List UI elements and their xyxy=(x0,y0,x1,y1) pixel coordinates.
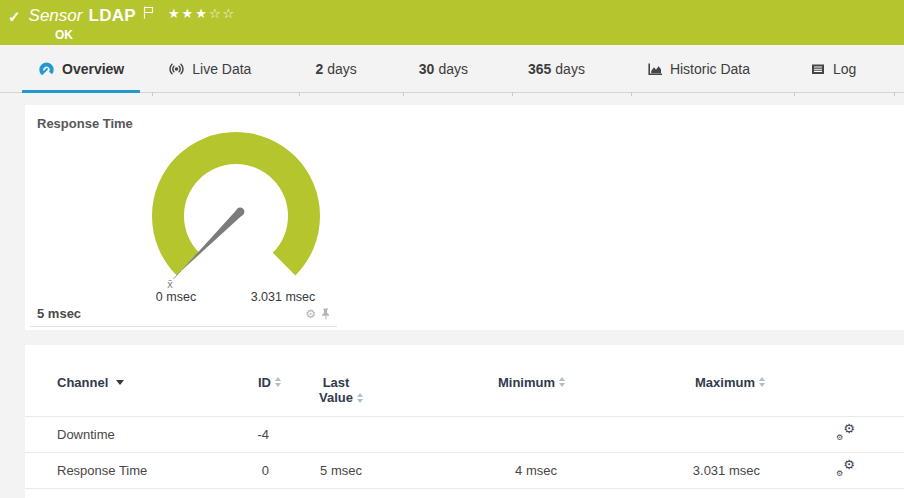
status-check-icon: ✓ xyxy=(8,9,21,24)
column-header-maximum[interactable]: Maximum xyxy=(601,375,801,417)
gauge-chart: x̄ 0 msec 3.031 msec xyxy=(30,105,337,305)
tab-label: days xyxy=(555,61,585,77)
sensor-name: LDAP xyxy=(88,6,135,26)
column-header-actions xyxy=(801,375,904,417)
tab-overview[interactable]: Overview xyxy=(22,45,140,92)
tab-log[interactable]: Log xyxy=(794,45,872,92)
tab-365-days[interactable]: 365 days xyxy=(512,45,601,92)
tab-label: Live Data xyxy=(192,61,251,77)
table-header-row: Channel ID Last xyxy=(25,375,904,417)
sort-toggle-icon xyxy=(759,377,765,387)
sort-toggle-icon xyxy=(357,393,363,403)
column-header-channel[interactable]: Channel xyxy=(25,375,233,417)
channels-table: Channel ID Last xyxy=(25,375,904,489)
current-value: 5 msec xyxy=(37,306,81,321)
tab-label: Overview xyxy=(62,61,124,77)
tab-30-days[interactable]: 30 days xyxy=(403,45,484,92)
channel-last-value: 5 msec xyxy=(281,453,401,489)
gauge-max-label: 3.031 msec xyxy=(251,290,316,304)
column-header-minimum[interactable]: Minimum xyxy=(401,375,601,417)
tab-number: 365 xyxy=(528,61,551,77)
column-header-last-value[interactable]: Last Value xyxy=(281,375,401,417)
broadcast-icon xyxy=(168,60,185,77)
channel-minimum: 4 msec xyxy=(401,453,601,489)
tab-label: Historic Data xyxy=(670,61,750,77)
tab-number: 2 xyxy=(315,61,323,77)
channel-maximum: 3.031 msec xyxy=(601,453,801,489)
column-header-id[interactable]: ID xyxy=(233,375,281,417)
channel-maximum xyxy=(601,417,801,453)
pin-icon[interactable] xyxy=(321,308,331,320)
sensor-header: ✓ Sensor LDAP ★★★☆☆ OK xyxy=(0,0,904,45)
flag-icon[interactable] xyxy=(143,6,154,19)
overview-content: Response Time x̄ 0 msec 3.031 msec 5 mse… xyxy=(0,93,904,498)
priority-stars[interactable]: ★★★☆☆ xyxy=(168,6,236,21)
area-chart-icon xyxy=(647,61,663,77)
response-time-panel: Response Time x̄ 0 msec 3.031 msec 5 mse… xyxy=(25,105,904,330)
tab-settings[interactable]: ⚙ Settings xyxy=(894,45,904,92)
channel-name: Response Time xyxy=(25,453,233,489)
tab-live-data[interactable]: Live Data xyxy=(152,45,267,92)
sensor-tabbar: Overview Live Data 2 days 30 days 365 da… xyxy=(0,45,904,93)
channel-settings-gears-icon[interactable]: ⚙ ⚙ xyxy=(835,461,855,478)
widget-settings-gear-icon[interactable]: ⚙ xyxy=(305,308,316,320)
channel-id: -4 xyxy=(233,417,281,453)
tab-label: days xyxy=(438,61,468,77)
channel-last-value xyxy=(281,417,401,453)
sort-toggle-icon xyxy=(275,377,281,387)
gauge-mean-marker: x̄ xyxy=(167,278,173,290)
channel-settings-gears-icon[interactable]: ⚙ ⚙ xyxy=(835,425,855,442)
sort-toggle-icon xyxy=(559,377,565,387)
channel-name: Downtime xyxy=(25,417,233,453)
tab-2-days[interactable]: 2 days xyxy=(299,45,372,92)
gauge-min-label: 0 msec xyxy=(156,290,196,304)
sensor-type-label: Sensor xyxy=(29,6,83,26)
channel-minimum xyxy=(401,417,601,453)
log-icon xyxy=(810,61,826,77)
table-row-response-time: Response Time 0 5 msec 4 msec 3.031 msec… xyxy=(25,453,904,489)
gauge-icon xyxy=(38,60,55,77)
gauge-needle xyxy=(181,209,243,271)
response-time-gauge-widget: x̄ 0 msec 3.031 msec 5 msec ⚙ xyxy=(30,105,337,327)
tab-label: days xyxy=(327,61,357,77)
sensor-status-text: OK xyxy=(55,28,904,42)
sort-desc-caret-icon xyxy=(116,380,124,385)
channel-id: 0 xyxy=(233,453,281,489)
gauge-arc xyxy=(152,132,320,275)
tab-historic-data[interactable]: Historic Data xyxy=(631,45,766,92)
tab-number: 30 xyxy=(419,61,435,77)
table-row-downtime: Downtime -4 ⚙ ⚙ xyxy=(25,417,904,453)
tab-label: Log xyxy=(833,61,856,77)
channels-table-panel: Channel ID Last xyxy=(25,345,904,498)
